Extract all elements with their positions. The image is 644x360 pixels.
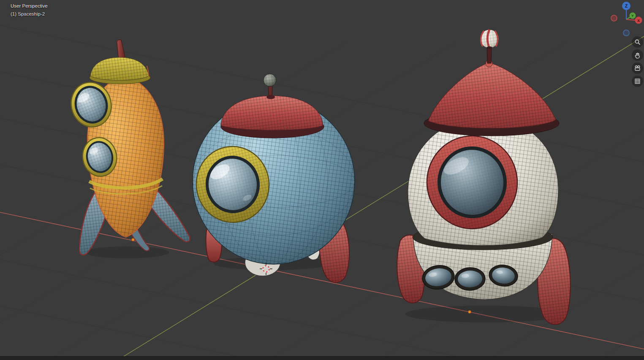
axis-z-label: Z bbox=[625, 4, 628, 8]
active-object-label: (1) Spaceship-2 bbox=[11, 10, 48, 18]
view-perspective-label: User Perspective bbox=[11, 2, 48, 10]
antenna-ball bbox=[480, 30, 499, 49]
axis-x-label: X bbox=[637, 19, 640, 23]
spaceship-blue[interactable] bbox=[193, 74, 355, 282]
camera-view-icon bbox=[634, 65, 641, 72]
axis-y-label: Y bbox=[631, 14, 634, 18]
viewport-scene bbox=[0, 0, 644, 360]
zoom-icon bbox=[634, 38, 641, 46]
viewport-nav-toolbar bbox=[632, 36, 644, 89]
camera-view-button[interactable] bbox=[632, 62, 643, 74]
blender-3d-viewport[interactable]: User Perspective (1) Spaceship-2 Y X Z bbox=[0, 0, 644, 360]
spaceship-white[interactable] bbox=[397, 30, 570, 325]
move-view-button[interactable] bbox=[632, 49, 643, 61]
spaceship-orange[interactable] bbox=[67, 40, 190, 258]
status-bar bbox=[0, 356, 644, 360]
ground-shadow bbox=[84, 246, 169, 258]
navigation-gizmo[interactable]: Y X Z bbox=[605, 0, 644, 39]
object-origin-dot bbox=[132, 238, 135, 241]
axis-x-negative-ball[interactable] bbox=[611, 15, 617, 21]
viewport-header-text: User Perspective (1) Spaceship-2 bbox=[11, 2, 48, 18]
projection-grid-icon bbox=[634, 78, 641, 85]
axis-z-negative-ball[interactable] bbox=[623, 30, 629, 36]
object-origin-dot bbox=[468, 311, 471, 314]
projection-toggle-button[interactable] bbox=[632, 76, 643, 87]
move-view-hand-icon bbox=[634, 51, 641, 59]
zoom-button[interactable] bbox=[632, 36, 643, 48]
